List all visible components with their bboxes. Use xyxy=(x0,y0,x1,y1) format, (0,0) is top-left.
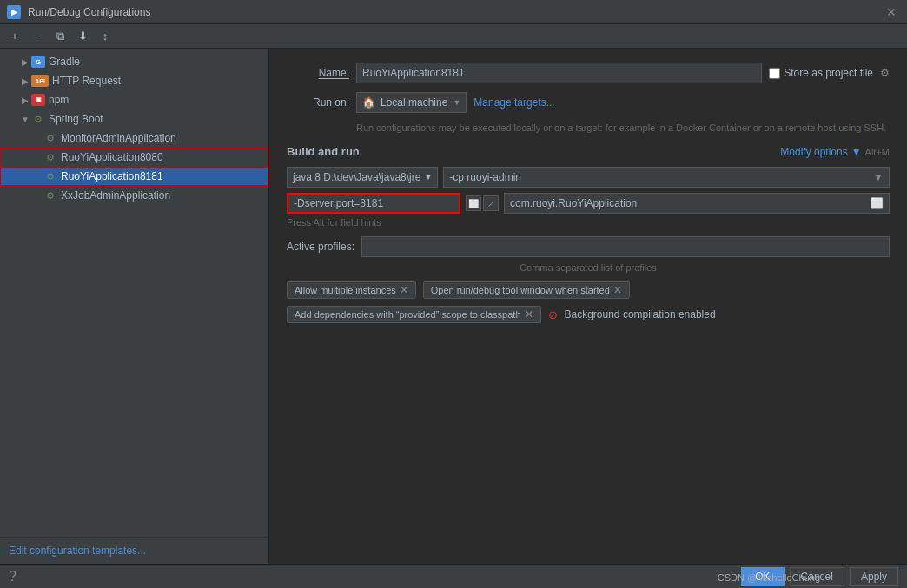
home-icon: 🏠 xyxy=(362,96,375,109)
name-input[interactable] xyxy=(356,63,762,83)
profiles-input[interactable] xyxy=(361,236,890,257)
run-on-dropdown[interactable]: 🏠 Local machine ▼ xyxy=(356,92,467,113)
sidebar-item-http[interactable]: ▶ API HTTP Request xyxy=(0,71,268,90)
sidebar-item-ruoyi8181[interactable]: ▶ ⚙ RuoYiApplication8181 xyxy=(0,167,268,186)
store-label: Store as project file xyxy=(784,67,873,79)
tree-arrow-http: ▶ xyxy=(19,76,31,86)
main-class-browse-icon: ⬜ xyxy=(871,197,884,209)
build-run-header: Build and run Modify options ▼ Alt+M xyxy=(287,145,890,158)
spring-icon: ⚙ xyxy=(31,113,45,125)
vm-extra-button[interactable]: ↗ xyxy=(483,195,499,211)
open-tool-window-label: Open run/debug tool window when started xyxy=(431,285,610,295)
name-row: Name: Store as project file ⚙ xyxy=(287,63,890,83)
vm-icon-buttons: ⬜ ↗ xyxy=(466,195,499,211)
classpath-label: -cp ruoyi-admin xyxy=(449,171,521,183)
edit-templates-link[interactable]: Edit configuration templates... xyxy=(9,545,146,557)
sort-button[interactable]: ↕ xyxy=(96,27,115,46)
settings-icon: ⚙ xyxy=(880,67,890,79)
active-profiles-row: Active profiles: xyxy=(287,236,890,257)
java-dropdown-arrow: ▼ xyxy=(424,173,432,182)
sidebar-label-http: HTTP Request xyxy=(52,75,121,87)
npm-icon: ▣ xyxy=(31,94,45,106)
copy-button[interactable]: ⧉ xyxy=(50,27,70,46)
store-checkbox[interactable] xyxy=(769,68,780,79)
java-classpath-row: java 8 D:\dev\Java\java8\jre ▼ -cp ruoyi… xyxy=(287,167,890,188)
tags-row-1: Allow multiple instances ✕ Open run/debu… xyxy=(287,281,890,299)
sidebar-item-npm[interactable]: ▶ ▣ npm xyxy=(0,90,268,109)
section-title: Build and run xyxy=(287,145,360,158)
allow-multiple-close[interactable]: ✕ xyxy=(400,284,408,296)
ok-button[interactable]: OK xyxy=(741,567,784,586)
classpath-arrow: ▼ xyxy=(873,171,884,183)
close-button[interactable]: ✕ xyxy=(883,5,900,19)
dropdown-arrow: ▼ xyxy=(453,98,460,107)
app-icon-ruoyi8080: ⚙ xyxy=(43,151,57,163)
help-button[interactable]: ? xyxy=(9,569,17,585)
tags-row-2: Add dependencies with “provided” scope t… xyxy=(287,306,890,323)
app-icon-xxjob: ⚙ xyxy=(43,189,57,202)
sidebar-item-gradle[interactable]: ▶ G Gradle xyxy=(0,52,268,71)
sidebar-label-npm: npm xyxy=(49,94,69,106)
vm-options-input[interactable] xyxy=(287,193,460,214)
move-down-button[interactable]: ⬇ xyxy=(73,27,92,46)
remove-button[interactable]: − xyxy=(28,27,47,46)
sidebar: ▶ G Gradle ▶ API HTTP Request ▶ ▣ npm ▼ … xyxy=(0,49,269,564)
http-icon: API xyxy=(31,75,49,87)
vm-main-row: ⬜ ↗ com.ruoyi.RuoYiApplication ⬜ xyxy=(287,193,890,214)
content-panel: Name: Store as project file ⚙ Run on: 🏠 … xyxy=(269,49,907,564)
bottom-bar: ? OK Cancel Apply xyxy=(0,564,907,588)
toolbar: + − ⧉ ⬇ ↕ xyxy=(0,24,907,49)
main-class-field[interactable]: com.ruoyi.RuoYiApplication ⬜ xyxy=(504,193,890,214)
manage-targets-link[interactable]: Manage targets... xyxy=(473,96,554,109)
main-class-value: com.ruoyi.RuoYiApplication xyxy=(510,197,637,209)
sidebar-tree: ▶ G Gradle ▶ API HTTP Request ▶ ▣ npm ▼ … xyxy=(0,49,268,537)
modify-shortcut: Alt+M xyxy=(865,147,890,157)
apply-button[interactable]: Apply xyxy=(850,567,898,586)
java-label: java 8 D:\dev\Java\java8\jre xyxy=(293,171,420,183)
gradle-icon: G xyxy=(31,56,45,68)
tree-arrow-gradle: ▶ xyxy=(19,57,31,67)
main-layout: ▶ G Gradle ▶ API HTTP Request ▶ ▣ npm ▼ … xyxy=(0,49,907,564)
open-tool-window-tag: Open run/debug tool window when started … xyxy=(423,281,630,299)
sidebar-item-spring-boot[interactable]: ▼ ⚙ Spring Boot xyxy=(0,109,268,129)
add-deps-tag: Add dependencies with “provided” scope t… xyxy=(287,306,541,323)
tree-arrow-spring: ▼ xyxy=(19,115,31,124)
run-on-label: Run on: xyxy=(287,96,349,109)
cancel-button[interactable]: Cancel xyxy=(790,567,844,586)
sidebar-label-spring: Spring Boot xyxy=(49,113,103,125)
sidebar-label-ruoyi8181: RuoYiApplication8181 xyxy=(61,170,163,182)
sidebar-item-monitor[interactable]: ▶ ⚙ MonitorAdminApplication xyxy=(0,129,268,148)
modify-options-area: Modify options ▼ Alt+M xyxy=(780,146,890,158)
vm-expand-button[interactable]: ⬜ xyxy=(466,195,481,211)
tree-arrow-npm: ▶ xyxy=(19,96,31,105)
run-on-row: Run on: 🏠 Local machine ▼ Manage targets… xyxy=(287,92,890,113)
open-tool-window-close[interactable]: ✕ xyxy=(613,284,622,296)
app-icon: ▶ xyxy=(7,5,21,19)
sidebar-footer: Edit configuration templates... xyxy=(0,537,268,564)
allow-multiple-label: Allow multiple instances xyxy=(295,285,396,295)
modify-options-link[interactable]: Modify options xyxy=(780,146,847,158)
name-label: Name: xyxy=(287,67,349,79)
sidebar-label-monitor: MonitorAdminApplication xyxy=(61,132,176,144)
add-deps-label: Add dependencies with “provided” scope t… xyxy=(295,309,521,320)
allow-multiple-tag: Allow multiple instances ✕ xyxy=(287,281,416,299)
background-compilation-label: Background compilation enabled xyxy=(565,308,716,320)
add-deps-close[interactable]: ✕ xyxy=(525,308,533,320)
profiles-hint: Comma separated list of profiles xyxy=(287,262,890,273)
modify-chevron-icon: ▼ xyxy=(851,146,862,158)
run-on-hint: Run configurations may be executed local… xyxy=(356,122,890,135)
sidebar-item-xxjob[interactable]: ▶ ⚙ XxJobAdminApplication xyxy=(0,186,268,205)
sidebar-label-gradle: Gradle xyxy=(49,56,80,68)
add-button[interactable]: + xyxy=(5,27,24,46)
sidebar-label-xxjob: XxJobAdminApplication xyxy=(61,189,170,202)
store-checkbox-label: Store as project file xyxy=(769,67,873,79)
sidebar-item-ruoyi8080[interactable]: ▶ ⚙ RuoYiApplication8080 xyxy=(0,148,268,167)
run-on-value: Local machine xyxy=(381,96,447,109)
java-dropdown[interactable]: java 8 D:\dev\Java\java8\jre ▼ xyxy=(287,167,438,188)
profiles-label: Active profiles: xyxy=(287,241,354,253)
press-alt-hint: Press Alt for field hints xyxy=(287,217,890,228)
classpath-dropdown[interactable]: -cp ruoyi-admin ▼ xyxy=(443,167,890,188)
dialog-buttons: OK Cancel Apply xyxy=(741,567,898,586)
sidebar-label-ruoyi8080: RuoYiApplication8080 xyxy=(61,151,163,163)
window-title: Run/Debug Configurations xyxy=(28,6,883,18)
